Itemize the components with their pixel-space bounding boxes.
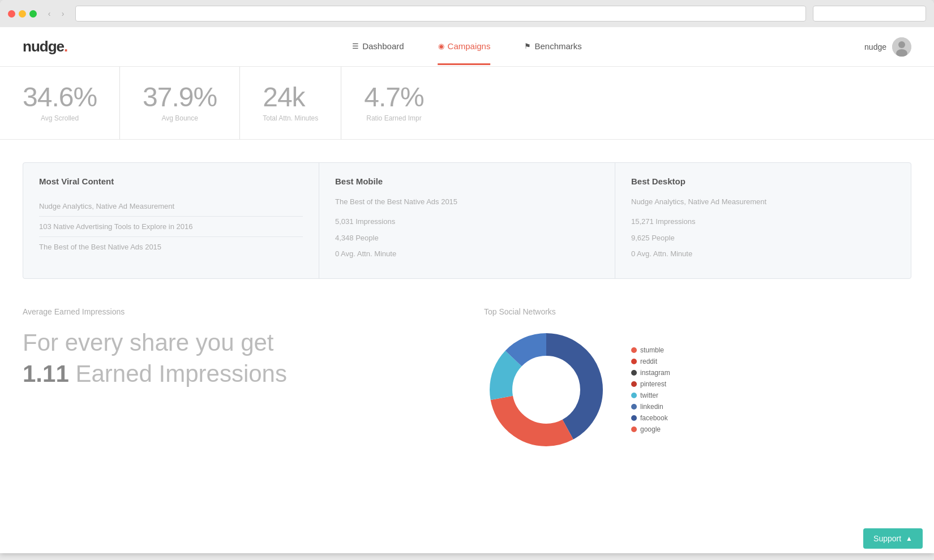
social-inner: stumbleredditinstagrampinteresttwitterli… — [484, 328, 911, 452]
best-mobile-content-title: The Best of the Best Native Ads 2015 — [335, 196, 599, 208]
nav-campaigns[interactable]: ◉ Campaigns — [438, 29, 491, 65]
panel-best-mobile-title: Best Mobile — [335, 176, 599, 186]
legend-dot-reddit — [631, 359, 637, 364]
stat-avg-bounce-value: 37.9% — [143, 84, 217, 111]
support-chevron-icon: ▲ — [906, 535, 912, 542]
best-mobile-stat-2: 0 Avg. Attn. Minute — [335, 248, 599, 260]
browser-titlebar: ‹ › ● — [0, 0, 934, 27]
logo-dot: . — [64, 38, 67, 55]
back-arrow[interactable]: ‹ — [44, 8, 55, 19]
legend-label-instagram: instagram — [640, 369, 670, 377]
maximize-button[interactable] — [29, 10, 37, 18]
close-button[interactable] — [8, 10, 15, 18]
stat-ratio-earned: 4.7% Ratio Earned Impr — [364, 67, 446, 139]
social-networks-section: Top Social Networks — [484, 307, 911, 452]
legend-item-facebook: facebook — [631, 414, 670, 422]
legend-dot-instagram — [631, 370, 637, 376]
best-mobile-stat-1: 4,348 People — [335, 232, 599, 244]
legend-dot-facebook — [631, 415, 637, 421]
legend-dot-linkedin — [631, 404, 637, 410]
stat-avg-scrolled-label: Avg Scrolled — [23, 114, 97, 122]
panel-most-viral: Most Viral Content Nudge Analytics, Nati… — [23, 163, 319, 278]
legend-label-stumble: stumble — [640, 346, 664, 354]
nav-campaigns-label: Campaigns — [448, 41, 491, 51]
best-desktop-stat-0: 15,271 Impressions — [631, 216, 895, 228]
user-name-label: nudge — [864, 42, 886, 51]
legend-item-reddit: reddit — [631, 357, 670, 365]
best-desktop-stat-1: 9,625 People — [631, 232, 895, 244]
legend-label-linkedin: linkedin — [640, 403, 663, 411]
earned-prefix: For every share you get — [23, 329, 274, 356]
legend-dot-stumble — [631, 347, 637, 353]
main-content: Most Viral Content Nudge Analytics, Nati… — [0, 140, 934, 475]
legend-label-google: google — [640, 425, 661, 433]
earned-section-title: Average Earned Impressions — [23, 307, 450, 316]
stat-avg-scrolled: 34.6% Avg Scrolled — [23, 67, 120, 139]
best-mobile-stat-0: 5,031 Impressions — [335, 216, 599, 228]
legend-label-reddit: reddit — [640, 357, 657, 365]
forward-arrow[interactable]: › — [57, 8, 68, 19]
dashboard-icon: ☰ — [352, 42, 359, 50]
stat-ratio-earned-label: Ratio Earned Impr — [364, 114, 423, 122]
address-bar[interactable] — [75, 6, 806, 21]
social-legend: stumbleredditinstagrampinteresttwitterli… — [631, 346, 670, 433]
legend-label-pinterest: pinterest — [640, 380, 666, 388]
stat-total-attn-label: Total Attn. Minutes — [263, 114, 318, 122]
nav-dashboard-label: Dashboard — [362, 41, 404, 51]
legend-label-facebook: facebook — [640, 414, 668, 422]
benchmarks-icon: ⚑ — [524, 42, 531, 50]
panel-most-viral-title: Most Viral Content — [39, 176, 303, 186]
legend-item-twitter: twitter — [631, 391, 670, 399]
legend-item-linkedin: linkedin — [631, 403, 670, 411]
panels-row: Most Viral Content Nudge Analytics, Nati… — [23, 162, 911, 279]
legend-dot-pinterest — [631, 381, 637, 387]
social-section-title: Top Social Networks — [484, 307, 911, 316]
legend-item-instagram: instagram — [631, 369, 670, 377]
app-window: nudge. ☰ Dashboard ◉ Campaigns ⚑ Benchma… — [0, 27, 934, 553]
stat-avg-bounce-label: Avg Bounce — [143, 114, 217, 122]
legend-dot-twitter — [631, 393, 637, 398]
nav-dashboard[interactable]: ☰ Dashboard — [352, 29, 404, 65]
viral-list: Nudge Analytics, Native Ad Measurement 1… — [39, 196, 303, 257]
support-button[interactable]: Support ▲ — [863, 528, 923, 549]
logo[interactable]: nudge. — [23, 38, 67, 55]
donut-chart — [484, 328, 609, 452]
traffic-lights — [8, 10, 37, 18]
viral-list-item[interactable]: The Best of the Best Native Ads 2015 — [39, 237, 303, 257]
nav-benchmarks-label: Benchmarks — [534, 41, 581, 51]
earned-impressions-section: Average Earned Impressions For every sha… — [23, 307, 450, 389]
top-nav: nudge. ☰ Dashboard ◉ Campaigns ⚑ Benchma… — [0, 27, 934, 67]
legend-item-pinterest: pinterest — [631, 380, 670, 388]
nav-benchmarks[interactable]: ⚑ Benchmarks — [524, 29, 581, 65]
best-desktop-stat-2: 0 Avg. Attn. Minute — [631, 248, 895, 260]
best-desktop-content-title: Nudge Analytics, Native Ad Measurement — [631, 196, 895, 208]
campaigns-icon: ◉ — [438, 42, 444, 50]
panel-best-desktop-title: Best Desktop — [631, 176, 895, 186]
stat-ratio-earned-value: 4.7% — [364, 84, 423, 111]
nav-right: nudge — [864, 37, 911, 57]
legend-dot-google — [631, 427, 637, 432]
earned-value: 1.11 — [23, 360, 69, 387]
stat-avg-scrolled-value: 34.6% — [23, 84, 97, 111]
stat-total-attn: 24k Total Attn. Minutes — [263, 67, 341, 139]
minimize-button[interactable] — [19, 10, 26, 18]
viral-list-item[interactable]: Nudge Analytics, Native Ad Measurement — [39, 196, 303, 217]
browser-nav-arrows: ‹ › — [44, 8, 68, 19]
panel-best-desktop: Best Desktop Nudge Analytics, Native Ad … — [615, 163, 911, 278]
bottom-row: Average Earned Impressions For every sha… — [23, 307, 911, 452]
legend-item-google: google — [631, 425, 670, 433]
panel-best-mobile: Best Mobile The Best of the Best Native … — [319, 163, 615, 278]
svg-point-1 — [898, 41, 905, 48]
earned-headline: For every share you get 1.11 Earned Impr… — [23, 328, 450, 389]
legend-label-twitter: twitter — [640, 391, 658, 399]
svg-point-7 — [515, 359, 577, 421]
avatar[interactable] — [892, 37, 911, 57]
legend-item-stumble: stumble — [631, 346, 670, 354]
stat-avg-bounce: 37.9% Avg Bounce — [143, 67, 240, 139]
stats-bar: 34.6% Avg Scrolled 37.9% Avg Bounce 24k … — [0, 67, 934, 140]
stat-total-attn-value: 24k — [263, 84, 318, 111]
viral-list-item[interactable]: 103 Native Advertising Tools to Explore … — [39, 217, 303, 237]
earned-suffix: Earned Impressions — [75, 360, 287, 387]
support-label: Support — [873, 534, 901, 543]
browser-search-input[interactable] — [813, 6, 926, 21]
